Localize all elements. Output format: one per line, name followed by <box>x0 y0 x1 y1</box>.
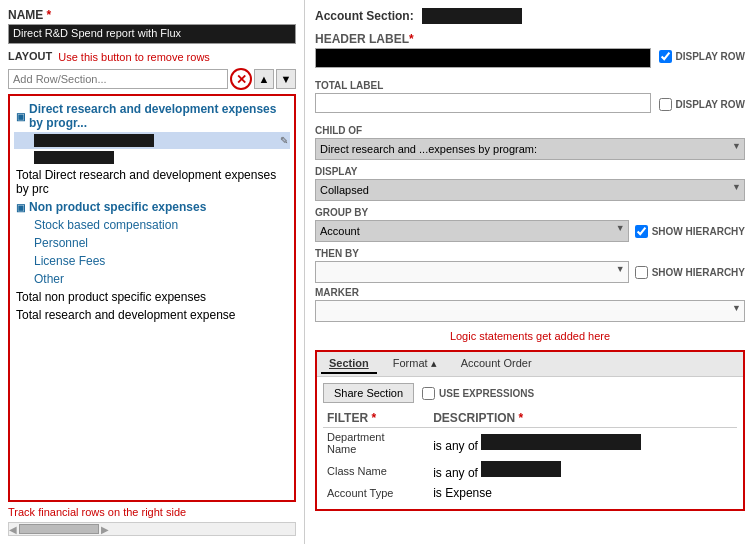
add-row-input[interactable] <box>8 69 228 89</box>
filter-desc-dept: is any of <box>429 428 737 459</box>
display-row-label2: DISPLAY ROW <box>676 99 745 110</box>
display-label: DISPLAY <box>315 166 745 177</box>
bottom-section: Section Format ▴ Account Order Share Sec… <box>315 350 745 511</box>
tab-content: Share Section USE EXPRESSIONS FILTER * <box>317 377 743 509</box>
row-license[interactable]: License Fees <box>14 252 290 270</box>
redacted-value2 <box>34 151 114 164</box>
filter-name-dept: DepartmentName <box>323 428 429 459</box>
move-up-button[interactable]: ▲ <box>254 69 274 89</box>
display-row-checkbox1[interactable] <box>659 50 672 63</box>
filter-table: FILTER * DESCRIPTION * DepartmentName is… <box>323 409 737 503</box>
filter-name-accttype: Account Type <box>323 483 429 503</box>
share-section-button[interactable]: Share Section <box>323 383 414 403</box>
logic-note: Logic statements get added here <box>315 330 745 342</box>
row-total-non-product[interactable]: Total non product specific expenses <box>14 288 290 306</box>
description-col-header: DESCRIPTION * <box>429 409 737 428</box>
row-direct-research[interactable]: ▣ Direct research and development expens… <box>14 100 290 132</box>
header-label-input[interactable] <box>315 48 651 68</box>
filter-name-class: Class Name <box>323 458 429 483</box>
title-redacted <box>422 8 522 24</box>
child-of-select[interactable]: Direct research and ...expenses by progr… <box>315 138 745 160</box>
scrollbar-thumb[interactable] <box>19 524 99 534</box>
edit-icon[interactable]: ✎ <box>280 135 288 146</box>
row-redacted2[interactable] <box>14 149 290 166</box>
tab-section[interactable]: Section <box>321 354 377 374</box>
row-selected-item[interactable]: ✎ <box>14 132 290 149</box>
marker-label: MARKER <box>315 287 745 298</box>
total-label-input[interactable] <box>315 93 651 113</box>
row-personnel[interactable]: Personnel <box>14 234 290 252</box>
filter-col-header: FILTER * <box>323 409 429 428</box>
child-of-label: CHILD OF <box>315 125 745 136</box>
display-select[interactable]: Collapsed <box>315 179 745 201</box>
filter-row-account-type: Account Type is Expense <box>323 483 737 503</box>
row-non-product[interactable]: ▣ Non product specific expenses <box>14 198 290 216</box>
use-expressions-label: USE EXPRESSIONS <box>439 388 534 399</box>
row-total-rd[interactable]: Total research and development expense <box>14 306 290 324</box>
row-stock[interactable]: Stock based compensation <box>14 216 290 234</box>
group-by-select[interactable]: Account <box>315 220 629 242</box>
name-field[interactable]: Direct R&D Spend report with Flux <box>8 24 296 44</box>
filter-row-class: Class Name is any of <box>323 458 737 483</box>
remove-row-button[interactable]: ✕ <box>230 68 252 90</box>
tab-format[interactable]: Format ▴ <box>385 354 445 374</box>
header-label-label: HEADER LABEL* <box>315 32 651 46</box>
account-section-title: Account Section: <box>315 8 745 24</box>
filter-row-department: DepartmentName is any of <box>323 428 737 459</box>
show-hierarchy-checkbox2[interactable] <box>635 266 648 279</box>
row-total-direct[interactable]: Total Direct research and development ex… <box>14 166 290 198</box>
group-by-label: GROUP BY <box>315 207 629 218</box>
tab-account-order[interactable]: Account Order <box>453 354 540 374</box>
show-hierarchy-checkbox1[interactable] <box>635 225 648 238</box>
redacted-value <box>34 134 154 147</box>
filter-value-dept[interactable] <box>481 434 641 450</box>
track-note: Track financial rows on the right side <box>8 506 296 518</box>
row-other[interactable]: Other <box>14 270 290 288</box>
show-hierarchy-label2: SHOW HIERARCHY <box>652 267 745 278</box>
layout-label: LAYOUT <box>8 50 52 62</box>
display-row-label1: DISPLAY ROW <box>676 51 745 62</box>
use-expressions-checkbox[interactable] <box>422 387 435 400</box>
collapse-icon2: ▣ <box>16 202 25 213</box>
then-by-label: THEN BY <box>315 248 629 259</box>
rows-box: ▣ Direct research and development expens… <box>8 94 296 502</box>
show-hierarchy-label1: SHOW HIERARCHY <box>652 226 745 237</box>
filter-value-class[interactable] <box>481 461 561 477</box>
remove-rows-note: Use this button to remove rows <box>58 51 210 63</box>
then-by-select[interactable] <box>315 261 629 283</box>
total-label-label: TOTAL LABEL <box>315 80 651 91</box>
filter-desc-class: is any of <box>429 458 737 483</box>
display-row-checkbox2[interactable] <box>659 98 672 111</box>
tabs-bar: Section Format ▴ Account Order <box>317 352 743 377</box>
collapse-icon: ▣ <box>16 111 25 122</box>
marker-select[interactable] <box>315 300 745 322</box>
move-down-button[interactable]: ▼ <box>276 69 296 89</box>
horizontal-scrollbar[interactable]: ◀ ▶ <box>8 522 296 536</box>
name-label: NAME * <box>8 8 296 22</box>
filter-desc-accttype: is Expense <box>429 483 737 503</box>
